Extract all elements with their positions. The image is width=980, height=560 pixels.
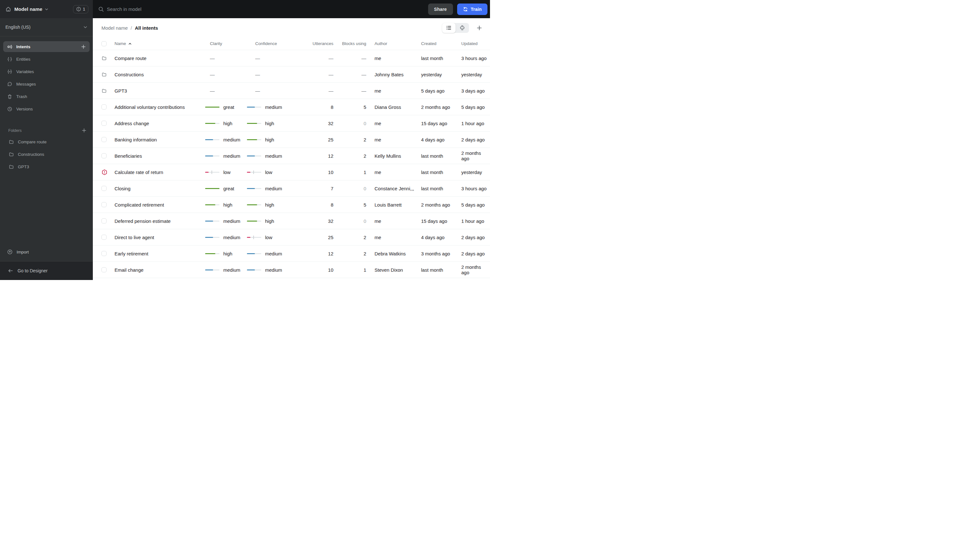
- share-button[interactable]: Share: [428, 3, 453, 15]
- intent-name[interactable]: Constructions: [115, 72, 205, 77]
- column-header-created[interactable]: Created: [421, 41, 461, 46]
- table-row[interactable]: Address changehighhigh320me15 days ago1 …: [93, 115, 490, 132]
- indicator-label: medium: [223, 137, 240, 142]
- table-row[interactable]: Deferred pension estimatemediumhigh320me…: [93, 213, 490, 229]
- intent-name[interactable]: Direct to live agent: [115, 235, 205, 240]
- row-checkbox[interactable]: [101, 235, 106, 240]
- intent-name[interactable]: GPT3: [115, 88, 205, 93]
- confidence-empty: —: [247, 55, 260, 61]
- table-row[interactable]: GPT3————me5 days ago3 days ago: [93, 83, 490, 99]
- row-checkbox[interactable]: [101, 137, 106, 142]
- confidence-indicator: high: [247, 121, 292, 126]
- column-header-clarity[interactable]: Clarity: [205, 41, 247, 46]
- go-to-designer-button[interactable]: Go to Designer: [0, 261, 93, 280]
- sidebar: English (US) IntentsEntitiesVariablesMes…: [0, 18, 93, 280]
- table-row[interactable]: Banking informationmediumhigh252me4 days…: [93, 132, 490, 148]
- search-bar[interactable]: Search in model: [98, 7, 428, 12]
- updated-cell: 3 hours ago: [461, 186, 488, 191]
- chevron-down-icon[interactable]: [45, 8, 48, 10]
- created-cell: 5 days ago: [421, 88, 461, 93]
- intent-name[interactable]: Address change: [115, 121, 205, 126]
- sidebar-item-versions[interactable]: Versions: [3, 103, 90, 114]
- sidebar-folder-item[interactable]: Compare route: [0, 136, 93, 148]
- add-folder-button[interactable]: [81, 128, 86, 133]
- blocks-using-count: 5: [333, 202, 366, 208]
- table-row[interactable]: Closinggreatmedium70Constance Jenni,,,la…: [93, 180, 490, 197]
- intent-name[interactable]: Beneficiaries: [115, 153, 205, 159]
- list-view-icon: [446, 25, 452, 31]
- table-row[interactable]: Additional voluntary contributionsgreatm…: [93, 99, 490, 115]
- sidebar-item-entities[interactable]: Entities: [3, 53, 90, 65]
- indicator-bar: [247, 155, 261, 157]
- row-checkbox[interactable]: [101, 251, 106, 256]
- sidebar-item-intents[interactable]: Intents: [3, 41, 90, 52]
- import-button[interactable]: Import: [3, 247, 90, 257]
- table-row[interactable]: Constructions————Johnny Batesyesterdayye…: [93, 67, 490, 83]
- select-all-checkbox[interactable]: [101, 41, 106, 46]
- add-intents-button[interactable]: [81, 44, 86, 49]
- sidebar-folder-item[interactable]: Constructions: [0, 148, 93, 161]
- utterances-count: —: [292, 55, 333, 61]
- table-row[interactable]: Email changemediummedium101Steven Dixonl…: [93, 262, 490, 278]
- updated-cell: yesterday: [461, 170, 488, 175]
- clarity-indicator: medium: [205, 267, 247, 273]
- breadcrumb-parent[interactable]: Model name: [101, 25, 128, 31]
- sidebar-item-variables[interactable]: Variables: [3, 66, 90, 77]
- column-header-author[interactable]: Author: [366, 41, 421, 46]
- indicator-label: great: [223, 104, 234, 110]
- author-cell: me: [366, 170, 421, 175]
- column-header-confidence[interactable]: Confidence: [247, 41, 292, 46]
- intent-name[interactable]: Email change: [115, 267, 205, 273]
- top-bar-actions: Share Train: [428, 3, 487, 15]
- intent-name[interactable]: Additional voluntary contributions: [115, 104, 205, 110]
- row-checkbox[interactable]: [101, 121, 106, 126]
- column-header-name[interactable]: Name: [115, 41, 205, 46]
- canvas-view-button[interactable]: [455, 23, 469, 33]
- intent-name[interactable]: Complicated retirement: [115, 202, 205, 208]
- chevron-down-icon: [83, 26, 87, 28]
- sidebar-item-label: Trash: [16, 94, 27, 99]
- sidebar-folder-item[interactable]: GPT3: [0, 161, 93, 173]
- model-warnings-badge[interactable]: 1: [73, 5, 88, 13]
- confidence-empty: —: [247, 72, 260, 77]
- row-checkbox[interactable]: [101, 202, 106, 207]
- clarity-indicator: great: [205, 104, 247, 110]
- table-row[interactable]: Early retirementhighmedium122Debra Watki…: [93, 245, 490, 262]
- blocks-using-count: 2: [333, 137, 366, 142]
- table-row[interactable]: Direct to live agentmediumlow252me4 days…: [93, 229, 490, 245]
- row-checkbox[interactable]: [101, 218, 106, 223]
- table-row[interactable]: Beneficiariesmediummedium122Kelly Mullin…: [93, 148, 490, 164]
- indicator-label: medium: [223, 235, 240, 240]
- intent-name[interactable]: Compare route: [115, 55, 205, 61]
- sidebar-folder-list: Compare routeConstructionsGPT3: [0, 136, 93, 173]
- list-view-button[interactable]: [442, 23, 455, 33]
- row-checkbox[interactable]: [101, 267, 106, 272]
- sidebar-item-messages[interactable]: Messages: [3, 78, 90, 89]
- clarity-indicator: low: [205, 170, 247, 175]
- messages-icon: [7, 82, 12, 87]
- intent-name[interactable]: Early retirement: [115, 251, 205, 257]
- table-row[interactable]: Calculate rate of returnlowlow101melast …: [93, 164, 490, 180]
- intent-name[interactable]: Banking information: [115, 137, 205, 142]
- updated-cell: 1 hour ago: [461, 121, 488, 126]
- table-row[interactable]: Compare route————melast month3 hours ago: [93, 50, 490, 67]
- table-row[interactable]: Complicated retirementhighhigh85Louis Ba…: [93, 197, 490, 213]
- add-intent-button[interactable]: [477, 25, 482, 31]
- intent-name[interactable]: Closing: [115, 186, 205, 191]
- row-checkbox[interactable]: [101, 153, 106, 158]
- confidence-indicator: low: [247, 170, 292, 175]
- column-header-updated[interactable]: Updated: [461, 41, 488, 46]
- language-selector[interactable]: English (US): [0, 18, 93, 37]
- created-cell: 3 months ago: [421, 251, 461, 257]
- row-checkbox[interactable]: [101, 104, 106, 110]
- indicator-label: medium: [223, 267, 240, 273]
- column-header-blocks[interactable]: Blocks using: [333, 41, 366, 46]
- train-button[interactable]: Train: [457, 3, 487, 15]
- model-name[interactable]: Model name: [14, 7, 42, 12]
- column-header-utterances[interactable]: Utterances: [292, 41, 333, 46]
- sidebar-item-trash[interactable]: Trash: [3, 91, 90, 102]
- intent-name[interactable]: Deferred pension estimate: [115, 218, 205, 224]
- intent-name[interactable]: Calculate rate of return: [115, 170, 205, 175]
- created-cell: last month: [421, 153, 461, 159]
- row-checkbox[interactable]: [101, 186, 106, 191]
